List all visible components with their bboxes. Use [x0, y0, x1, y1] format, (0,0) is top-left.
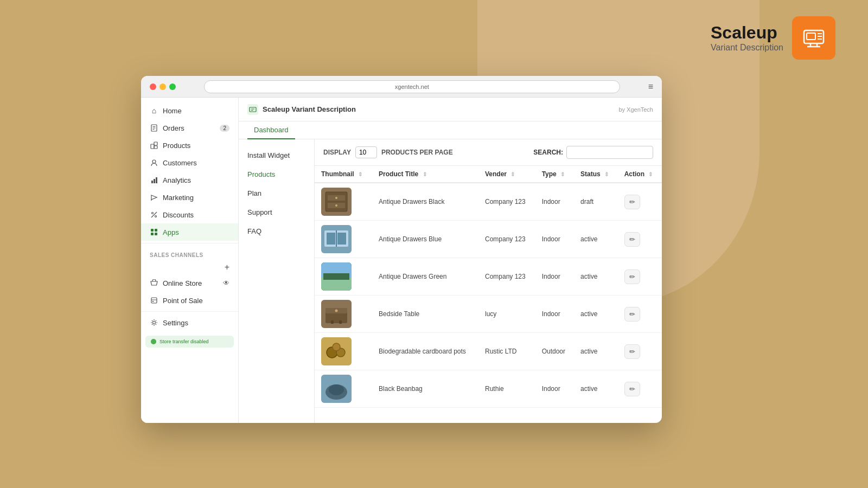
cell-type: Outdoor: [535, 333, 574, 370]
svg-rect-27: [155, 233, 157, 235]
left-panel-products[interactable]: Products: [239, 165, 314, 184]
main-content: Scaleup Variant Description by XgenTech …: [239, 98, 662, 423]
cell-title: Biodegradable cardboard pots: [372, 333, 478, 370]
online-store-eye-icon[interactable]: 👁: [223, 279, 229, 287]
online-store-label: Online Store: [163, 279, 202, 287]
col-product-title: Product Title ⇕: [372, 166, 478, 183]
display-label: DISPLAY: [323, 149, 351, 156]
browser-content: ⌂ Home Orders 2: [141, 98, 662, 423]
brand-icon: [792, 16, 835, 60]
svg-point-31: [153, 322, 156, 324]
address-bar[interactable]: xgentech.net: [204, 80, 620, 93]
cell-action: ✏: [618, 183, 662, 221]
edit-button[interactable]: ✏: [624, 307, 640, 322]
sidebar-item-analytics[interactable]: Analytics: [141, 171, 238, 189]
cell-thumbnail: [315, 221, 372, 258]
svg-rect-30: [152, 301, 154, 302]
left-panel-plan[interactable]: Plan: [239, 184, 314, 203]
sidebar: ⌂ Home Orders 2: [141, 98, 239, 423]
left-panel-faq[interactable]: FAQ: [239, 222, 314, 241]
left-panel-support[interactable]: Support: [239, 203, 314, 222]
sort-type-icon[interactable]: ⇕: [560, 171, 565, 177]
tab-dashboard[interactable]: Dashboard: [247, 121, 295, 139]
svg-rect-18: [156, 177, 157, 183]
cell-vendor: Ruthie: [478, 370, 535, 408]
sidebar-item-customers[interactable]: Customers: [141, 154, 238, 171]
product-thumbnail: [321, 375, 352, 403]
sidebar-item-products[interactable]: Products: [141, 137, 238, 154]
sort-thumbnail-icon[interactable]: ⇕: [358, 171, 362, 177]
svg-rect-32: [250, 107, 256, 112]
left-panel-install-widget[interactable]: Install Widget: [239, 146, 314, 165]
product-thumbnail: [321, 225, 352, 253]
table-row: Antique Drawers Green Company 123 Indoor…: [315, 258, 662, 296]
edit-button[interactable]: ✏: [624, 382, 640, 396]
analytics-icon: [150, 176, 158, 184]
customers-icon: [150, 158, 158, 167]
edit-button[interactable]: ✏: [624, 195, 640, 209]
sort-vendor-icon[interactable]: ⇕: [510, 171, 515, 177]
sidebar-label-apps: Apps: [163, 228, 179, 236]
svg-rect-13: [154, 142, 157, 145]
sidebar-item-marketing[interactable]: Marketing: [141, 189, 238, 206]
cell-thumbnail: [315, 258, 372, 296]
sidebar-item-settings[interactable]: Settings: [141, 314, 238, 331]
svg-rect-4: [807, 33, 815, 40]
edit-button[interactable]: ✏: [624, 344, 640, 359]
sidebar-item-home[interactable]: ⌂ Home: [141, 102, 238, 119]
store-transfer-label: Store transfer disabled: [159, 339, 209, 344]
store-transfer-banner: Store transfer disabled: [145, 336, 234, 348]
cell-status: active: [574, 258, 618, 296]
app-header-icon: [247, 104, 258, 115]
edit-button[interactable]: ✏: [624, 269, 640, 284]
search-input[interactable]: [566, 146, 653, 159]
close-button[interactable]: [150, 84, 156, 90]
sidebar-divider-2: [141, 311, 238, 312]
sidebar-item-apps[interactable]: Apps: [141, 223, 238, 241]
settings-icon: [150, 318, 158, 327]
cell-vendor: Company 123: [478, 183, 535, 221]
sidebar-label-analytics: Analytics: [163, 176, 191, 184]
sidebar-item-online-store[interactable]: Online Store 👁: [141, 274, 238, 292]
product-thumbnail: [321, 300, 352, 328]
svg-point-21: [152, 213, 154, 214]
sidebar-item-point-of-sale[interactable]: Point of Sale: [141, 292, 238, 309]
cell-title: Black Beanbag: [372, 370, 478, 408]
cell-action: ✏: [618, 258, 662, 296]
sidebar-item-orders[interactable]: Orders 2: [141, 119, 238, 137]
svg-rect-24: [151, 229, 154, 232]
list-toolbar: DISPLAY 10 25 50 PRODUCTS PER PAGE SEARC…: [315, 139, 662, 166]
minimize-button[interactable]: [159, 84, 166, 90]
cell-status: active: [574, 333, 618, 370]
cell-action: ✏: [618, 221, 662, 258]
product-thumbnail: [321, 337, 352, 365]
sort-action-icon[interactable]: ⇕: [648, 171, 653, 177]
cell-status: active: [574, 370, 618, 408]
maximize-button[interactable]: [169, 84, 176, 90]
svg-point-40: [335, 204, 337, 207]
app-header-by: by XgenTech: [618, 106, 653, 113]
product-thumbnail: [321, 262, 352, 291]
cell-vendor: Company 123: [478, 221, 535, 258]
sort-status-icon[interactable]: ⇕: [604, 171, 609, 177]
svg-rect-17: [154, 179, 155, 183]
add-sales-channel-icon[interactable]: +: [225, 262, 229, 272]
browser-menu-icon[interactable]: ≡: [648, 82, 653, 92]
edit-button[interactable]: ✏: [624, 232, 640, 247]
search-area: SEARCH:: [533, 146, 653, 159]
sidebar-item-sales-channels-header: +: [141, 260, 238, 274]
col-action: Action ⇕: [618, 166, 662, 183]
table-row: Antique Drawers Black Company 123 Indoor…: [315, 183, 662, 221]
svg-point-22: [155, 216, 157, 217]
col-status: Status ⇕: [574, 166, 618, 183]
settings-label: Settings: [163, 319, 188, 327]
home-icon: ⌂: [150, 106, 158, 115]
products-table: Thumbnail ⇕ Product Title ⇕ Vender: [315, 166, 662, 423]
sort-title-icon[interactable]: ⇕: [423, 171, 427, 177]
sidebar-item-discounts[interactable]: Discounts: [141, 206, 238, 223]
orders-icon: [150, 124, 158, 132]
svg-rect-14: [154, 146, 157, 149]
products-list: Thumbnail ⇕ Product Title ⇕ Vender: [315, 166, 662, 408]
cell-status: active: [574, 296, 618, 333]
display-select[interactable]: 10 25 50: [355, 146, 377, 158]
